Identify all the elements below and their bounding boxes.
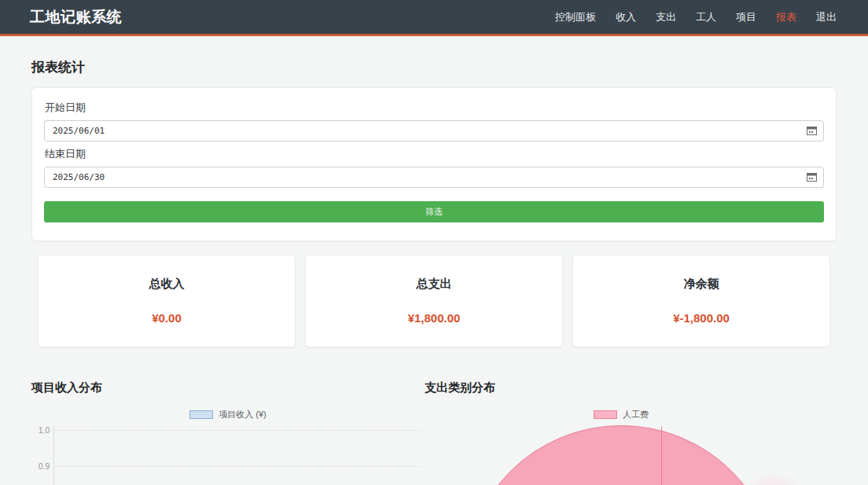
legend-label: 人工费 bbox=[623, 409, 649, 421]
legend-swatch-blue bbox=[189, 410, 213, 419]
pie-slice-labor-cost[interactable] bbox=[464, 425, 778, 485]
charts-row: 项目收入分布 项目收入 (¥) 1.0 0.9 0.8 bbox=[31, 380, 837, 485]
date-filter-card: 开始日期 结束日期 筛选 bbox=[31, 87, 837, 241]
income-chart-section: 项目收入分布 项目收入 (¥) 1.0 0.9 0.8 bbox=[31, 380, 425, 485]
nav-links: 控制面板 收入 支出 工人 项目 报表 退出 bbox=[555, 10, 837, 24]
page-title: 报表统计 bbox=[31, 58, 837, 76]
stat-card-total-expense: 总支出 ¥1,800.00 bbox=[305, 255, 563, 347]
calendar-icon[interactable] bbox=[807, 172, 817, 182]
y-tick-label: 1.0 bbox=[31, 426, 50, 435]
top-navbar: 工地记账系统 控制面板 收入 支出 工人 项目 报表 退出 bbox=[0, 0, 868, 36]
income-chart-title: 项目收入分布 bbox=[31, 380, 425, 395]
stat-label: 净余额 bbox=[573, 277, 829, 292]
stat-value: ¥1,800.00 bbox=[306, 311, 562, 325]
nav-item-income[interactable]: 收入 bbox=[616, 10, 636, 24]
end-date-label: 结束日期 bbox=[45, 147, 824, 161]
y-tick-label: 0.9 bbox=[31, 462, 50, 471]
nav-item-projects[interactable]: 项目 bbox=[736, 10, 756, 24]
stat-card-total-income: 总收入 ¥0.00 bbox=[38, 255, 296, 347]
legend-swatch-pink bbox=[594, 410, 617, 419]
pie-soft-shadow bbox=[735, 472, 810, 485]
expense-pie-chart bbox=[425, 425, 818, 485]
start-date-input[interactable] bbox=[44, 120, 824, 141]
start-date-wrap bbox=[44, 120, 824, 141]
start-date-label: 开始日期 bbox=[45, 101, 824, 115]
end-date-input[interactable] bbox=[44, 167, 824, 188]
calendar-icon[interactable] bbox=[807, 126, 817, 135]
end-date-wrap bbox=[44, 167, 824, 188]
nav-item-expense[interactable]: 支出 bbox=[656, 10, 676, 24]
pie-slice-start-edge bbox=[661, 427, 662, 485]
nav-item-dashboard[interactable]: 控制面板 bbox=[555, 10, 596, 24]
income-chart-legend[interactable]: 项目收入 (¥) bbox=[31, 409, 425, 421]
grid-line bbox=[53, 466, 421, 467]
nav-item-reports[interactable]: 报表 bbox=[776, 10, 796, 24]
nav-item-logout[interactable]: 退出 bbox=[816, 10, 837, 24]
stats-row: 总收入 ¥0.00 总支出 ¥1,800.00 净余额 ¥-1,800.00 bbox=[31, 255, 837, 347]
stat-value: ¥0.00 bbox=[39, 311, 295, 325]
filter-submit-button[interactable]: 筛选 bbox=[44, 201, 824, 222]
grid-line bbox=[53, 430, 421, 431]
expense-chart-section: 支出类别分布 人工费 bbox=[425, 380, 818, 485]
app-brand[interactable]: 工地记账系统 bbox=[30, 7, 122, 28]
stat-card-net-balance: 净余额 ¥-1,800.00 bbox=[572, 255, 830, 347]
expense-chart-legend[interactable]: 人工费 bbox=[425, 409, 818, 421]
y-axis bbox=[53, 426, 54, 485]
legend-label: 项目收入 (¥) bbox=[219, 409, 267, 421]
stat-value: ¥-1,800.00 bbox=[573, 311, 829, 325]
expense-chart-title: 支出类别分布 bbox=[425, 380, 818, 395]
stat-label: 总支出 bbox=[306, 277, 562, 292]
nav-item-workers[interactable]: 工人 bbox=[696, 10, 716, 24]
income-bar-chart: 1.0 0.9 0.8 bbox=[31, 426, 425, 485]
stat-label: 总收入 bbox=[39, 277, 295, 292]
